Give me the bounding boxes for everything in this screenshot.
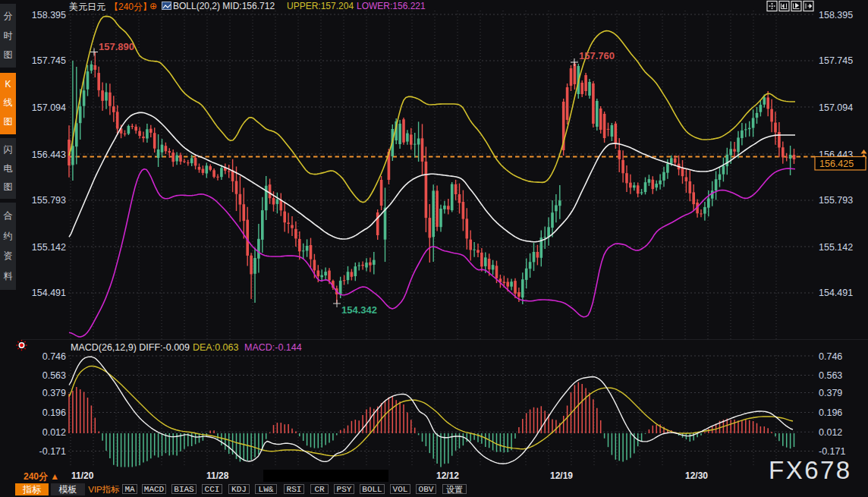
- svg-text:MACD:-0.144: MACD:-0.144: [244, 342, 302, 353]
- svg-text:154.491: 154.491: [32, 288, 66, 298]
- svg-text:0.746: 0.746: [42, 351, 66, 362]
- svg-text:158.395: 158.395: [32, 10, 66, 20]
- svg-text:155.793: 155.793: [32, 195, 66, 206]
- svg-text:155.793: 155.793: [819, 195, 853, 206]
- svg-text:158.395: 158.395: [819, 10, 853, 20]
- svg-text:157.760: 157.760: [579, 50, 615, 61]
- svg-text:157.890: 157.890: [99, 41, 134, 52]
- svg-text:157.745: 157.745: [819, 55, 853, 66]
- svg-text:0.746: 0.746: [819, 351, 842, 362]
- svg-text:157.745: 157.745: [32, 55, 66, 66]
- svg-text:157.094: 157.094: [32, 102, 66, 113]
- svg-text:156.443: 156.443: [32, 149, 66, 160]
- svg-text:155.142: 155.142: [819, 242, 853, 253]
- svg-text:0.012: 0.012: [42, 427, 66, 438]
- svg-text:-0.171: -0.171: [39, 446, 66, 457]
- svg-text:DEA:0.063: DEA:0.063: [193, 342, 239, 353]
- svg-text:0.563: 0.563: [42, 370, 66, 381]
- svg-text:MACD(26,12,9) DIFF:-0.009: MACD(26,12,9) DIFF:-0.009: [71, 342, 190, 353]
- svg-text:0.196: 0.196: [42, 407, 66, 418]
- svg-text:-0.171: -0.171: [819, 446, 845, 457]
- svg-text:157.094: 157.094: [819, 102, 853, 113]
- svg-text:0.196: 0.196: [819, 407, 842, 418]
- svg-text:154.491: 154.491: [819, 288, 853, 298]
- svg-text:0.379: 0.379: [42, 388, 66, 398]
- svg-text:156.425: 156.425: [819, 159, 854, 169]
- svg-text:154.342: 154.342: [341, 304, 377, 316]
- svg-text:0.379: 0.379: [819, 388, 842, 398]
- svg-text:155.142: 155.142: [32, 242, 66, 253]
- svg-text:0.563: 0.563: [819, 370, 842, 381]
- svg-text:0.012: 0.012: [819, 427, 842, 438]
